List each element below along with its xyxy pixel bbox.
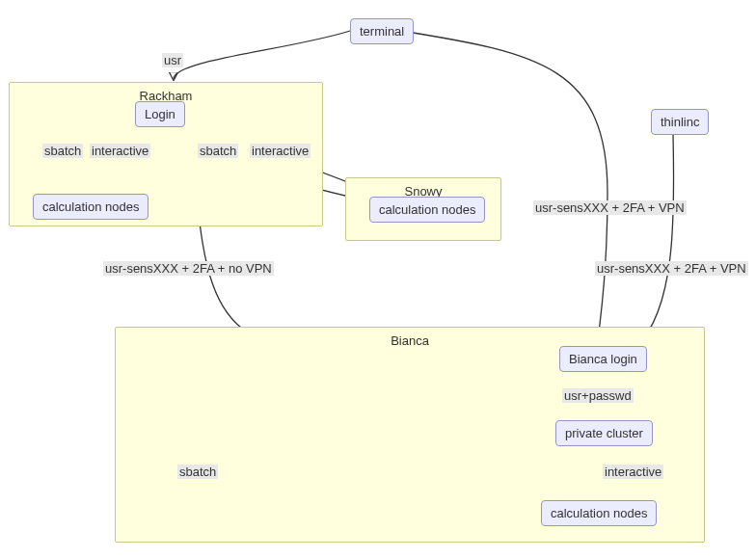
edge-sbatch1: sbatch <box>42 144 83 158</box>
edge-sbatch2: sbatch <box>198 144 238 158</box>
node-terminal: terminal <box>350 18 414 44</box>
node-private-cluster: private cluster <box>555 420 653 446</box>
edge-usr: usr <box>162 53 183 67</box>
node-bianca-calc: calculation nodes <box>541 500 657 526</box>
cluster-bianca-label: Bianca <box>391 333 429 348</box>
edge-interactive2: interactive <box>250 144 310 158</box>
node-rackham-login: Login <box>135 101 185 127</box>
edge-interactive1: interactive <box>90 144 150 158</box>
edge-sbatch3: sbatch <box>177 465 218 479</box>
node-snowy-calc: calculation nodes <box>369 197 485 223</box>
node-bianca-login: Bianca login <box>559 346 647 372</box>
edge-sens-novpn: usr-sensXXX + 2FA + no VPN <box>103 261 274 276</box>
node-thinlinc: thinlinc <box>651 109 709 135</box>
edge-sens-vpn1: usr-sensXXX + 2FA + VPN <box>533 200 687 215</box>
edge-usrpasswd: usr+passwd <box>562 388 634 403</box>
edge-sens-vpn2: usr-sensXXX + 2FA + VPN <box>595 261 748 276</box>
edge-interactive3: interactive <box>603 465 663 479</box>
node-rackham-calc: calculation nodes <box>33 194 148 220</box>
